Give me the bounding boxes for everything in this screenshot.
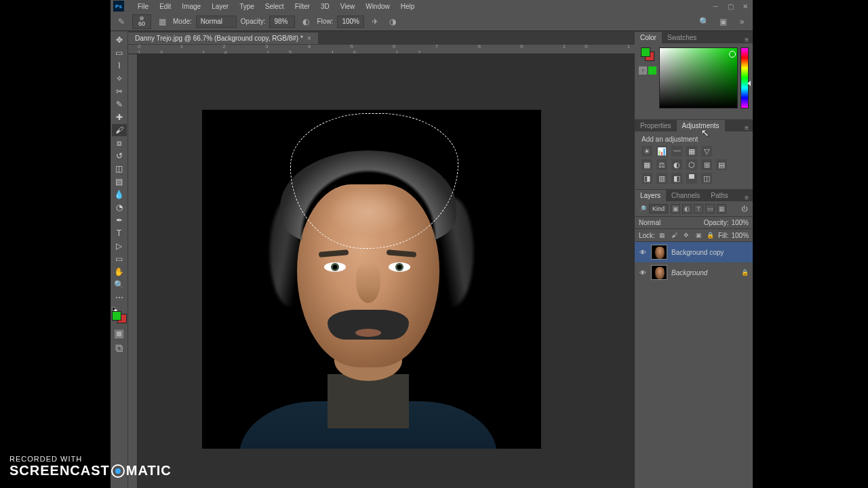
quick-mask-icon[interactable]: ▣	[112, 327, 127, 339]
panel-menu-icon[interactable]: ≡	[741, 194, 753, 201]
menu-image[interactable]: Image	[176, 1, 206, 12]
lock-transparency-icon[interactable]: ▦	[658, 231, 667, 239]
collapse-panels-icon[interactable]: »	[735, 16, 749, 28]
threshold-icon[interactable]: ◧	[671, 173, 682, 184]
filter-adjustment-icon[interactable]: ◐	[682, 204, 692, 214]
tab-properties[interactable]: Properties	[635, 120, 677, 131]
filter-smart-icon[interactable]: ▦	[717, 204, 726, 214]
menu-layer[interactable]: Layer	[206, 1, 234, 12]
move-tool[interactable]: ✥	[112, 34, 127, 46]
layer-blend-mode[interactable]: Normal	[639, 219, 686, 226]
shape-tool[interactable]: ▭	[112, 253, 127, 265]
history-brush-tool[interactable]: ↺	[112, 150, 127, 162]
tab-adjustments[interactable]: Adjustments	[677, 120, 725, 131]
lock-position-icon[interactable]: ✥	[682, 231, 692, 239]
close-button[interactable]: ✕	[738, 1, 753, 11]
gamut-warning-icon[interactable]: !	[639, 66, 647, 75]
tab-color[interactable]: Color	[635, 32, 662, 43]
maximize-button[interactable]: ▢	[723, 1, 738, 11]
tab-swatches[interactable]: Swatches	[662, 32, 702, 43]
layer-thumbnail[interactable]	[651, 265, 667, 280]
invert-icon[interactable]: ◨	[642, 173, 652, 184]
layer-name[interactable]: Background	[671, 269, 707, 277]
document-tab[interactable]: Danny Trejo.jpg @ 66.7% (Background copy…	[128, 33, 318, 44]
lock-artboard-icon[interactable]: ▣	[694, 231, 703, 239]
gradient-tool[interactable]: ▤	[112, 176, 127, 188]
gradient-map-icon[interactable]: ▀	[686, 173, 697, 184]
blur-tool[interactable]: 💧	[112, 188, 127, 201]
layer-name[interactable]: Background copy	[671, 249, 724, 256]
airbrush-icon[interactable]: ✈	[368, 16, 382, 28]
eyedropper-tool[interactable]: ✎	[112, 98, 127, 110]
fill-input[interactable]: 100%	[731, 232, 749, 239]
saturation-brightness-field[interactable]	[659, 47, 738, 108]
color-balance-icon[interactable]: ⚖	[656, 159, 667, 170]
filter-type-icon[interactable]: T	[694, 204, 703, 214]
black-white-icon[interactable]: ◐	[671, 159, 682, 170]
menu-file[interactable]: File	[132, 1, 154, 12]
search-icon[interactable]: 🔍	[697, 16, 711, 28]
menu-select[interactable]: Select	[260, 1, 290, 12]
color-swatch-pair[interactable]	[641, 47, 654, 61]
eraser-tool[interactable]: ◫	[112, 163, 127, 175]
selective-color-icon[interactable]: ◫	[701, 173, 712, 184]
panel-menu-icon[interactable]: ≡	[741, 124, 753, 131]
healing-tool[interactable]: ✚	[112, 111, 127, 123]
menu-edit[interactable]: Edit	[154, 1, 176, 12]
levels-icon[interactable]: 📊	[656, 146, 667, 157]
tab-paths[interactable]: Paths	[705, 190, 734, 201]
visibility-toggle-icon[interactable]: 👁	[639, 268, 647, 277]
menu-type[interactable]: Type	[234, 1, 260, 12]
zoom-tool[interactable]: 🔍	[112, 279, 127, 291]
brush-panel-toggle-icon[interactable]: ▦	[155, 16, 169, 28]
hand-tool[interactable]: ✋	[112, 266, 127, 278]
tab-channels[interactable]: Channels	[666, 190, 705, 201]
brush-tool[interactable]: 🖌	[112, 124, 127, 136]
layer-thumbnail[interactable]	[651, 245, 667, 260]
brush-preset-picker[interactable]: 60	[132, 14, 151, 29]
tab-layers[interactable]: Layers	[635, 190, 666, 201]
opacity-input[interactable]: 98%	[269, 16, 295, 28]
vibrance-icon[interactable]: ▽	[701, 146, 712, 157]
stamp-tool[interactable]: ⧈	[112, 137, 127, 149]
hue-sat-icon[interactable]: ▦	[642, 159, 652, 170]
websafe-swatch[interactable]	[648, 66, 656, 75]
color-swatches[interactable]	[112, 308, 127, 323]
quick-select-tool[interactable]: ✧	[112, 73, 127, 85]
pen-tool[interactable]: ✒	[112, 214, 127, 226]
menu-filter[interactable]: Filter	[290, 1, 315, 12]
photo-filter-icon[interactable]: ⬡	[686, 159, 697, 170]
layer-item[interactable]: 👁 Background copy	[635, 242, 753, 262]
filter-pixel-icon[interactable]: ▣	[671, 204, 680, 214]
menu-view[interactable]: View	[335, 1, 361, 12]
menu-3d[interactable]: 3D	[315, 1, 335, 12]
pressure-opacity-icon[interactable]: ◐	[299, 16, 313, 28]
crop-tool[interactable]: ✂	[112, 85, 127, 98]
menu-window[interactable]: Window	[360, 1, 395, 12]
minimize-button[interactable]: ─	[708, 1, 723, 11]
close-tab-icon[interactable]: ×	[307, 35, 311, 42]
edit-toolbar-icon[interactable]: ⋯	[112, 291, 127, 304]
screen-mode-icon[interactable]: ⧉	[112, 342, 127, 354]
layer-opacity-input[interactable]: 100%	[731, 219, 749, 226]
type-tool[interactable]: T	[112, 227, 127, 239]
dodge-tool[interactable]: ◔	[112, 201, 127, 214]
color-lookup-icon[interactable]: ▤	[716, 159, 727, 170]
layer-filter-kind[interactable]: Kind	[649, 204, 668, 214]
marquee-tool[interactable]: ▭	[112, 47, 127, 59]
layer-item[interactable]: 👁 Background 🔒	[635, 262, 753, 283]
menu-help[interactable]: Help	[395, 1, 420, 12]
tool-preset-icon[interactable]: ✎	[115, 16, 128, 28]
path-select-tool[interactable]: ▷	[112, 240, 127, 252]
posterize-icon[interactable]: ▥	[656, 173, 667, 184]
lock-all-icon[interactable]: 🔒	[706, 231, 715, 239]
filter-shape-icon[interactable]: ▭	[705, 204, 715, 214]
curves-icon[interactable]: 〰	[671, 146, 682, 157]
visibility-toggle-icon[interactable]: 👁	[639, 248, 647, 256]
filter-toggle-icon[interactable]: ⏻	[739, 204, 749, 214]
exposure-icon[interactable]: ▦	[686, 146, 697, 157]
workspace-icon[interactable]: ▣	[716, 16, 730, 28]
brightness-contrast-icon[interactable]: ☀	[642, 146, 652, 157]
blend-mode-select[interactable]: Normal	[196, 16, 237, 28]
lasso-tool[interactable]: ⌇	[112, 60, 127, 72]
